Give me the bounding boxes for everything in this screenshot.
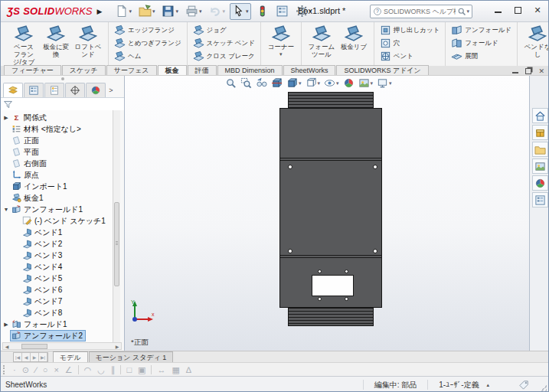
tab-model[interactable]: モデル (53, 351, 88, 362)
tree-hscroll-thumb[interactable] (21, 344, 47, 349)
corner-button[interactable]: コーナー▾ (265, 24, 297, 58)
tree-expander-collapsed-icon[interactable]: ▶ (2, 115, 10, 121)
no-bends-button[interactable]: ベンドなし (521, 24, 549, 60)
tree-item-bend1[interactable]: ベンド1 (1, 227, 113, 238)
tree-item-bend7[interactable]: ベンド7 (1, 296, 113, 307)
tree-vscroll-thumb[interactable] (114, 202, 119, 286)
print-button[interactable]: ▾ (183, 3, 204, 20)
resources-home-button[interactable] (532, 108, 548, 123)
open-button[interactable]: ▾ (136, 3, 158, 20)
edge-flange-button[interactable]: エッジフランジ (113, 24, 176, 37)
hscroll-right-arrow-icon[interactable]: ▶ (113, 344, 121, 349)
zoom-fit-button[interactable] (224, 77, 237, 90)
base-flange-tab-button[interactable]: ベース フランジ/タブ (8, 24, 40, 67)
play-back-button[interactable]: ◀ (22, 353, 31, 361)
menu-expander-icon[interactable]: ▶ (97, 8, 103, 15)
maximize-button[interactable] (511, 5, 524, 15)
section-view-button[interactable] (270, 77, 283, 90)
new-document-button[interactable]: ▾ (113, 3, 134, 20)
tree-item-bend2[interactable]: ベンド2 (1, 238, 113, 250)
sheet-metal-gusset-button[interactable]: 板金リブ (338, 24, 370, 52)
displaymanager-tab[interactable] (86, 83, 106, 97)
apply-scene-button[interactable]: ▾ (358, 77, 374, 90)
miter-flange-button[interactable]: とめつぎフランジ (113, 37, 183, 50)
extruded-cut-button[interactable]: 押し出しカット (378, 24, 442, 37)
search-icon[interactable] (457, 7, 466, 16)
doc-close-button[interactable]: ✕ (538, 67, 544, 75)
go-to-end-button[interactable]: ▶| (39, 353, 47, 361)
tab-mbd-dimension[interactable]: MBD Dimension (217, 65, 283, 75)
panel-tabs-overflow-button[interactable]: > (106, 83, 116, 97)
tree-expander-expanded-icon[interactable]: ▼ (2, 207, 10, 212)
custom-properties-button[interactable] (532, 192, 548, 207)
graphics-viewport[interactable]: ▾▾▾▾▾ (125, 76, 529, 351)
tab-motion-study-1[interactable]: モーション スタディ 1 (89, 351, 174, 362)
convert-to-sheet-metal-button[interactable]: 板金に変 換 (40, 24, 72, 60)
zoom-area-button[interactable] (240, 77, 253, 90)
hscroll-left-arrow-icon[interactable]: ◀ (3, 344, 11, 349)
display-style-button[interactable]: ▾ (305, 77, 322, 90)
save-button[interactable]: ▾ (159, 3, 181, 20)
tree-item-bend3[interactable]: ベンド3 (1, 250, 113, 261)
featuremanager-tab[interactable] (3, 83, 23, 97)
unfold-button[interactable]: アンフォールド (449, 24, 513, 37)
tree-item-fold1[interactable]: ▶フォールド1 (1, 318, 113, 330)
part-main-body[interactable] (279, 108, 382, 308)
tab-sheetworks[interactable]: SheetWorks (283, 65, 336, 75)
cross-break-button[interactable]: クロス ブレーク (191, 50, 257, 63)
configurationmanager-tab[interactable] (44, 83, 64, 97)
select-cursor-button[interactable]: ▾ (230, 3, 251, 20)
previous-view-button[interactable] (255, 77, 268, 90)
view-orientation-button[interactable]: ▾ (286, 77, 302, 90)
panel-splitter-handle[interactable] (1, 76, 124, 82)
tab-surfaces[interactable]: サーフェス (106, 65, 157, 75)
doc-restore-button[interactable] (525, 68, 531, 74)
appearances-scenes-button[interactable] (532, 175, 548, 191)
tags-icon[interactable] (518, 379, 530, 390)
options-list-button[interactable] (273, 3, 291, 20)
part-bottom-tab[interactable] (288, 308, 374, 326)
tree-item-imported1[interactable]: インポート1 (1, 181, 113, 192)
jog-button[interactable]: ジョグ (191, 24, 228, 37)
tree-item-sheet-metal1[interactable]: 板金1 (1, 192, 113, 204)
dimxpertmanager-tab[interactable] (65, 83, 85, 97)
tree-item-right-plane[interactable]: 右側面 (1, 158, 113, 169)
close-button[interactable]: ✕ (531, 5, 544, 15)
view-settings-button[interactable]: ▾ (376, 77, 393, 90)
play-forward-button[interactable]: ▶ (31, 353, 39, 361)
propertymanager-tab[interactable] (24, 83, 44, 97)
sketched-bend-button[interactable]: スケッチ ベンド (191, 37, 257, 50)
search-options-caret-icon[interactable]: ▾ (466, 8, 469, 15)
resize-grip[interactable] (539, 385, 547, 392)
tab-solidworks-addins[interactable]: SOLIDWORKS アドイン (336, 65, 428, 75)
forming-tool-button[interactable]: フォーム ツール (306, 24, 338, 60)
view-palette-button[interactable] (532, 158, 548, 174)
tree-item-material[interactable]: 材料 <指定なし> (1, 123, 113, 135)
minimize-button[interactable] (492, 5, 504, 15)
hide-show-items-button[interactable]: ▾ (323, 77, 340, 90)
tree-item-unfold1[interactable]: ▼アンフォールド1 (1, 204, 113, 215)
file-explorer-button[interactable] (532, 142, 548, 157)
fold-button[interactable]: フォールド (449, 37, 499, 50)
undo-button[interactable]: ▾ (206, 3, 227, 20)
tree-vertical-scrollbar[interactable] (113, 110, 120, 342)
hem-button[interactable]: ヘム (113, 50, 142, 63)
tree-item-bend4[interactable]: ベンド4 (1, 261, 113, 273)
tree-filter-bar[interactable] (1, 97, 124, 110)
rebuild-traffic-light-button[interactable] (253, 3, 271, 20)
tree-item-unfold2[interactable]: アンフォールド2 (1, 330, 113, 341)
go-to-start-button[interactable]: |◀ (14, 353, 22, 361)
design-library-button[interactable] (532, 125, 548, 140)
hole-button[interactable]: 穴 (378, 37, 402, 50)
edit-appearance-button[interactable] (342, 77, 355, 90)
tab-sheet-metal[interactable]: 板金 (158, 65, 187, 75)
tab-features[interactable]: フィーチャー (4, 65, 61, 75)
tree-item-top-plane[interactable]: 平面 (1, 146, 113, 158)
tree-item-origin[interactable]: 原点 (1, 169, 113, 181)
tree-item-front-plane[interactable]: 正面 (1, 135, 113, 146)
tree-horizontal-scrollbar[interactable]: ◀ ▶ (2, 342, 122, 350)
tree-item-bend8[interactable]: ベンド8 (1, 307, 113, 318)
lofted-bend-button[interactable]: ロフトベンド (72, 24, 104, 60)
tree-item-equations[interactable]: ▶Σ関係式 (1, 112, 113, 123)
tree-item-bend6[interactable]: ベンド6 (1, 284, 113, 296)
